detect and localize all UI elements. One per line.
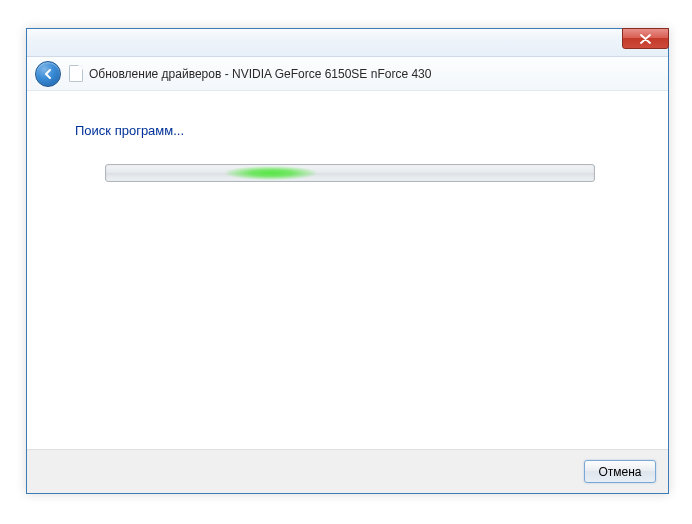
search-heading: Поиск программ... [75,123,630,138]
desktop-background: Обновление драйверов - NVIDIA GeForce 61… [0,0,692,524]
driver-update-wizard-window: Обновление драйверов - NVIDIA GeForce 61… [26,28,669,494]
back-arrow-icon [41,67,55,81]
footer-bar: Отмена [27,449,668,493]
progress-bar [105,164,595,182]
close-button[interactable] [622,28,669,49]
navigation-bar: Обновление драйверов - NVIDIA GeForce 61… [27,57,668,91]
progress-marquee-chunk [226,165,316,181]
window-titlebar [27,29,668,57]
content-area: Поиск программ... [27,91,668,449]
cancel-button-label: Отмена [598,465,641,479]
close-icon [640,34,651,44]
cancel-button[interactable]: Отмена [584,460,656,483]
window-title: Обновление драйверов - NVIDIA GeForce 61… [89,67,431,81]
title-wrap: Обновление драйверов - NVIDIA GeForce 61… [69,65,431,82]
document-icon [69,65,83,82]
back-button[interactable] [35,61,61,87]
